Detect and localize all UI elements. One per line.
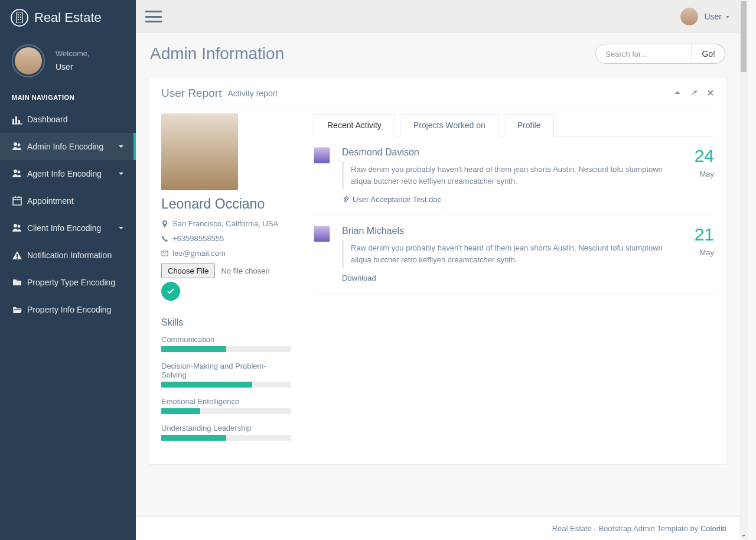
nav-heading: MAIN NAVIGATION — [0, 89, 136, 106]
wrench-icon[interactable] — [690, 89, 698, 98]
sidebar-item-label: Appointment — [27, 196, 74, 206]
svg-point-14 — [18, 171, 21, 174]
panel-subtitle: Activity report — [227, 89, 278, 98]
svg-rect-2 — [20, 14, 21, 15]
brand[interactable]: Real Estate — [0, 0, 136, 35]
sidebar-item-agent-info[interactable]: Agent Info Encoding — [0, 160, 136, 187]
progress-bar — [161, 435, 291, 441]
skill-item: Communication — [161, 335, 291, 352]
avatar — [12, 44, 45, 77]
phone-icon — [161, 235, 168, 242]
skill-item: Decision-Making and Problem-Solving — [161, 362, 291, 388]
map-marker-icon — [161, 220, 168, 227]
svg-rect-4 — [20, 17, 21, 18]
sidebar-item-notification[interactable]: Notification Information — [0, 242, 136, 269]
skill-label: Decision-Making and Problem-Solving — [161, 362, 291, 379]
activity-column: Recent Activity Projects Worked on Profi… — [314, 113, 714, 450]
svg-point-11 — [14, 142, 17, 146]
sidebar-item-appointment[interactable]: Appointment — [0, 187, 136, 214]
caret-down-icon — [725, 12, 730, 21]
collapse-icon[interactable] — [674, 89, 681, 98]
check-icon — [167, 287, 175, 295]
scrollbar-vertical[interactable] — [739, 0, 748, 540]
skill-label: Understanding Leadership — [161, 424, 291, 432]
tabs: Recent Activity Projects Worked on Profi… — [314, 113, 714, 136]
footer-link[interactable]: Colorlib — [700, 524, 726, 533]
skill-item: Emotional Entelligence — [161, 397, 291, 414]
scroll-down-icon[interactable] — [739, 532, 748, 540]
profile-email: leo@gmail.com — [161, 249, 291, 258]
user-menu[interactable]: User — [680, 8, 730, 25]
avatar — [680, 8, 698, 25]
svg-rect-7 — [12, 119, 14, 123]
progress-bar — [161, 346, 291, 352]
footer: Real Estate - Bootstrap Admin Template b… — [136, 516, 739, 540]
feed-text: Raw denim you probably haven't heard of … — [342, 161, 679, 189]
skill-item: Understanding Leadership — [161, 424, 291, 441]
feed-month: May — [679, 248, 714, 257]
feed-name: Brian Michaels — [342, 226, 679, 236]
sidebar-item-dashboard[interactable]: Dashboard — [0, 106, 136, 133]
envelope-icon — [161, 250, 168, 257]
svg-rect-5 — [18, 19, 19, 20]
sidebar-item-client-info[interactable]: Client Info Encoding — [0, 214, 136, 242]
svg-point-13 — [14, 170, 17, 173]
building-icon — [11, 9, 28, 27]
skills-heading: Skills — [161, 317, 291, 328]
tab-profile[interactable]: Profile — [504, 114, 555, 136]
file-placeholder: No file chosen — [221, 266, 269, 275]
bar-chart-icon — [12, 114, 27, 125]
search-go-button[interactable]: Go! — [692, 44, 725, 64]
panel-title: User Report — [161, 87, 221, 100]
svg-rect-15 — [13, 197, 21, 205]
users-icon — [12, 168, 27, 179]
svg-point-20 — [18, 225, 21, 228]
avatar — [314, 147, 330, 164]
feed-attachment[interactable]: User Acceptance Test.doc — [342, 195, 679, 204]
confirm-button[interactable] — [161, 282, 180, 301]
feed-item: Desmond DavisonRaw denim you probably ha… — [314, 136, 714, 215]
sidebar-item-label: Admin Info Encoding — [27, 142, 103, 151]
svg-rect-22 — [17, 258, 18, 259]
sidebar-item-label: Client Info Encoding — [27, 223, 101, 233]
brand-text: Real Estate — [34, 10, 102, 25]
svg-rect-1 — [18, 14, 19, 15]
progress-bar — [161, 408, 291, 414]
profile-column: Leonard Occiano San Francisco, Californi… — [161, 113, 291, 450]
sidebar-item-property-info[interactable]: Property Info Encoding — [0, 296, 136, 323]
feed-day: 24 — [679, 147, 714, 165]
svg-point-19 — [14, 224, 17, 227]
tab-projects[interactable]: Projects Worked on — [400, 114, 499, 136]
profile-photo — [161, 113, 238, 190]
feed-attachment[interactable]: Download — [342, 274, 679, 282]
choose-file-button[interactable]: Choose File — [161, 264, 215, 278]
paperclip-icon — [342, 196, 349, 203]
skill-label: Communication — [161, 335, 291, 344]
folder-open-icon — [12, 304, 27, 315]
progress-bar — [161, 382, 291, 388]
menu-toggle-icon[interactable] — [145, 11, 162, 22]
scrollbar-thumb[interactable] — [741, 1, 747, 72]
search-input[interactable] — [595, 44, 692, 64]
welcome-greeting: Welcome, — [56, 48, 90, 60]
sidebar-item-admin-info[interactable]: Admin Info Encoding — [0, 133, 136, 160]
profile-name: Leonard Occiano — [161, 196, 291, 212]
feed-date: 21May — [679, 226, 714, 282]
profile-location: San Francisco, California, USA — [161, 219, 291, 228]
svg-rect-6 — [20, 19, 21, 20]
feed-month: May — [679, 170, 714, 178]
chevron-down-icon — [118, 169, 124, 178]
chevron-down-icon — [118, 142, 124, 151]
page-title: Admin Information — [150, 44, 284, 63]
sidebar-item-property-type[interactable]: Property Type Encoding — [0, 269, 136, 296]
svg-rect-8 — [15, 116, 17, 123]
close-icon[interactable] — [707, 89, 714, 98]
svg-rect-0 — [17, 12, 22, 23]
page-header: Admin Information Go! — [136, 33, 739, 71]
svg-rect-9 — [18, 120, 20, 123]
main: User Admin Information Go! User Report A… — [136, 0, 739, 540]
users-icon — [12, 141, 27, 152]
sidebar-item-label: Property Type Encoding — [27, 278, 115, 287]
users-icon — [12, 223, 27, 233]
tab-recent-activity[interactable]: Recent Activity — [314, 114, 395, 136]
